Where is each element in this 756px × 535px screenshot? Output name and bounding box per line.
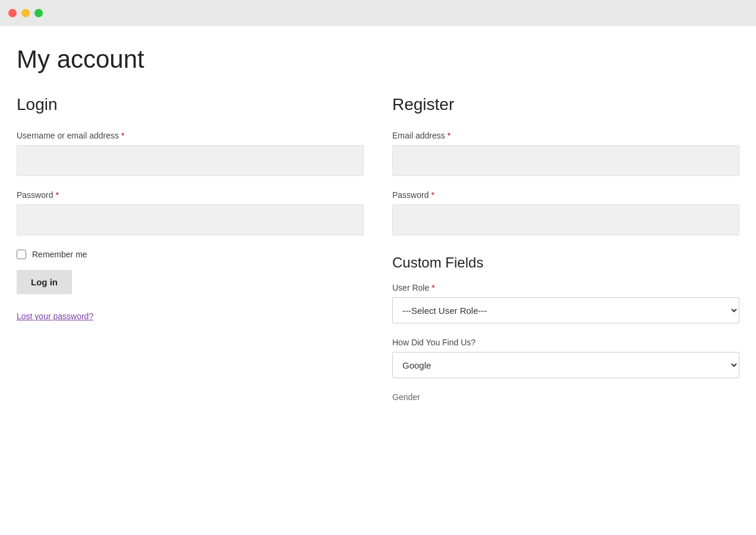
custom-fields-title: Custom Fields <box>392 254 739 271</box>
minimize-button[interactable] <box>21 9 30 17</box>
find-us-select[interactable]: Google Social Media Friend Other <box>392 352 739 378</box>
page-content: My account Login Username or email addre… <box>0 26 756 535</box>
register-password-field-group: Password* <box>392 190 739 235</box>
login-section-title: Login <box>17 95 364 114</box>
login-section: Login Username or email address* Passwor… <box>17 95 364 416</box>
username-field-group: Username or email address* <box>17 131 364 176</box>
register-email-input[interactable] <box>392 145 739 176</box>
user-role-select[interactable]: ---Select User Role--- <box>392 297 739 323</box>
register-email-label: Email address* <box>392 131 739 140</box>
username-label: Username or email address* <box>17 131 364 140</box>
gender-field-group: Gender <box>392 392 739 402</box>
login-password-field-group: Password* <box>17 190 364 235</box>
login-button[interactable]: Log in <box>17 270 72 294</box>
login-password-input[interactable] <box>17 204 364 235</box>
user-role-field-group: User Role* ---Select User Role--- <box>392 283 739 323</box>
login-password-required-star: * <box>55 190 58 200</box>
close-button[interactable] <box>8 9 17 17</box>
titlebar <box>0 0 756 26</box>
register-password-input[interactable] <box>392 204 739 235</box>
username-required-star: * <box>121 131 124 140</box>
find-us-field-group: How Did You Find Us? Google Social Media… <box>392 338 739 378</box>
gender-label: Gender <box>392 392 739 402</box>
maximize-button[interactable] <box>34 9 43 17</box>
login-password-label: Password* <box>17 190 364 200</box>
remember-me-row: Remember me <box>17 250 364 259</box>
page-title: My account <box>17 45 739 74</box>
lost-password-link[interactable]: Lost your password? <box>17 311 93 321</box>
register-email-field-group: Email address* <box>392 131 739 176</box>
register-password-label: Password* <box>392 190 739 200</box>
register-email-required-star: * <box>448 131 451 140</box>
login-button-wrapper: Log in <box>17 270 364 311</box>
register-section: Register Email address* Password* Custom… <box>392 95 739 416</box>
remember-me-checkbox[interactable] <box>17 250 26 259</box>
register-password-required-star: * <box>431 190 434 200</box>
username-input[interactable] <box>17 145 364 176</box>
register-section-title: Register <box>392 95 739 114</box>
remember-me-label: Remember me <box>32 250 87 259</box>
two-column-layout: Login Username or email address* Passwor… <box>17 95 739 416</box>
find-us-label: How Did You Find Us? <box>392 338 739 347</box>
user-role-label: User Role* <box>392 283 739 292</box>
user-role-required-star: * <box>431 283 434 292</box>
